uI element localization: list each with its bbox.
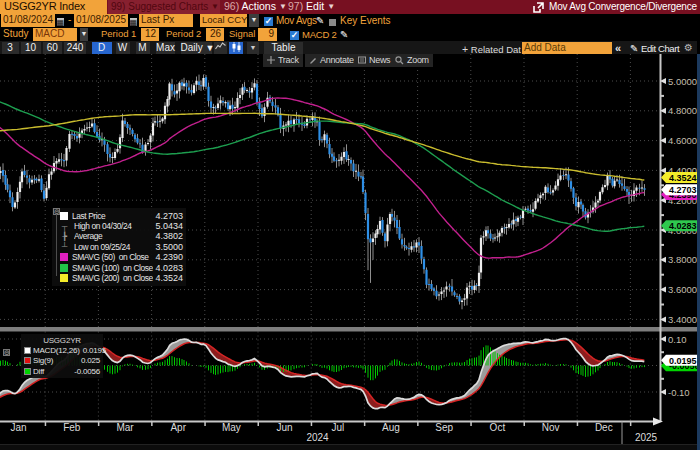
svg-text:Jun: Jun [277,422,293,433]
svg-text:Nov: Nov [542,422,560,433]
svg-text:Sep: Sep [435,422,453,433]
svg-text:3.8000: 3.8000 [668,254,697,265]
svg-text:-0.10: -0.10 [668,387,690,398]
svg-text:2025: 2025 [635,432,658,443]
svg-text:Jan: Jan [11,422,27,433]
svg-text:2024: 2024 [306,432,329,443]
svg-text:0.0195: 0.0195 [669,356,697,366]
svg-text:4.3524: 4.3524 [669,173,697,183]
svg-text:Aug: Aug [382,422,400,433]
svg-text:3.6000: 3.6000 [668,284,697,295]
svg-text:Dec: Dec [595,422,613,433]
svg-text:May: May [222,422,241,433]
svg-text:0.10: 0.10 [668,334,687,345]
svg-text:5.0000: 5.0000 [668,76,697,87]
svg-text:Feb: Feb [63,422,81,433]
svg-text:Jul: Jul [331,422,344,433]
svg-text:4.2703: 4.2703 [669,185,697,195]
svg-text:Oct: Oct [490,422,506,433]
svg-text:Mar: Mar [116,422,134,433]
svg-text:3.4000: 3.4000 [668,314,697,325]
svg-text:Apr: Apr [170,422,186,433]
svg-text:4.6000: 4.6000 [668,135,697,146]
svg-text:4.8000: 4.8000 [668,105,697,116]
svg-text:4.0283: 4.0283 [669,221,697,231]
